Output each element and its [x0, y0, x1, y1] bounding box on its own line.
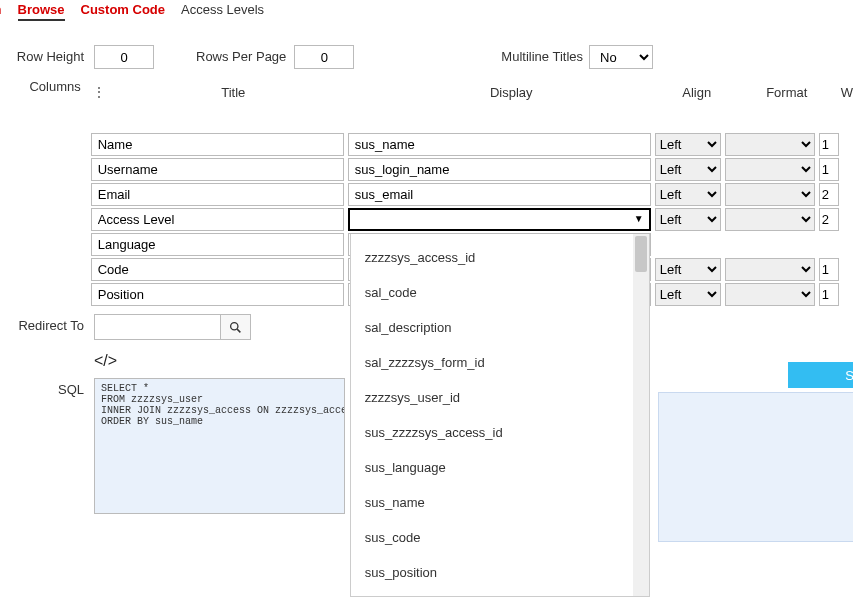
column-width-input[interactable]: [819, 183, 839, 206]
dropdown-option[interactable]: sus_code: [351, 520, 649, 555]
dropdown-option[interactable]: zzzzsys_access_id: [351, 240, 649, 275]
redirect-to-label: Redirect To: [0, 314, 94, 333]
column-title-input[interactable]: [91, 233, 344, 256]
header-title: Title: [107, 85, 360, 100]
column-format-select[interactable]: [725, 283, 815, 306]
column-row: Left: [91, 183, 853, 206]
column-align-select[interactable]: Left: [655, 133, 721, 156]
column-title-input[interactable]: [91, 133, 344, 156]
column-title-input[interactable]: [91, 208, 344, 231]
column-format-select[interactable]: [725, 158, 815, 181]
dropdown-scrollbar[interactable]: ▴: [633, 234, 649, 596]
preview-panel: [658, 392, 853, 542]
column-align-select[interactable]: Left: [655, 258, 721, 281]
column-align-select[interactable]: Left: [655, 208, 721, 231]
column-width-input[interactable]: [819, 133, 839, 156]
search-icon: [229, 321, 242, 334]
column-title-input[interactable]: [91, 283, 344, 306]
column-format-select[interactable]: [725, 183, 815, 206]
column-display-input[interactable]: [348, 183, 651, 206]
dropdown-option[interactable]: sal_description: [351, 310, 649, 345]
scrollbar-thumb[interactable]: [635, 236, 647, 272]
columns-label: Columns: [0, 75, 91, 308]
tab-access-levels[interactable]: Access Levels: [181, 2, 264, 21]
sql-label: SQL: [0, 378, 94, 397]
svg-point-0: [231, 322, 238, 329]
column-title-input[interactable]: [91, 183, 344, 206]
dropdown-option[interactable]: zzzzsys_user_id: [351, 380, 649, 415]
column-width-input[interactable]: [819, 208, 839, 231]
dropdown-option[interactable]: sal_code: [351, 275, 649, 310]
tabs-bar: in Browse Custom Code Access Levels: [0, 0, 853, 25]
column-title-input[interactable]: [91, 158, 344, 181]
header-display: Display: [360, 85, 663, 100]
column-format-select[interactable]: [725, 133, 815, 156]
header-width: W: [841, 85, 853, 100]
header-format: Format: [743, 85, 831, 100]
columns-header: ⋮ Title Display Align Format W: [91, 75, 853, 109]
column-display-combo[interactable]: zzzzsys_access_idsal_codesal_description…: [348, 208, 651, 231]
column-align-select[interactable]: Left: [655, 283, 721, 306]
sql-textarea[interactable]: SELECT * FROM zzzzsys_user INNER JOIN zz…: [94, 378, 345, 514]
dropdown-option[interactable]: sus_language: [351, 450, 649, 485]
display-dropdown: zzzzsys_access_idsal_codesal_description…: [350, 234, 650, 597]
dropdown-option[interactable]: sus_position: [351, 555, 649, 590]
column-menu-icon[interactable]: ⋮: [91, 84, 107, 100]
row-height-label: Row Height: [0, 45, 94, 64]
row-height-input[interactable]: [94, 45, 154, 69]
column-width-input[interactable]: [819, 258, 839, 281]
column-row: zzzzsys_access_idsal_codesal_description…: [91, 208, 853, 231]
tab-in[interactable]: in: [0, 2, 2, 21]
dropdown-option[interactable]: sus_zzzzsys_access_id: [351, 415, 649, 450]
tab-custom-code[interactable]: Custom Code: [81, 2, 166, 21]
svg-line-1: [237, 329, 240, 332]
column-format-select[interactable]: [725, 208, 815, 231]
column-align-select[interactable]: Left: [655, 183, 721, 206]
column-row: Left: [91, 133, 853, 156]
column-row: Left: [91, 158, 853, 181]
multiline-titles-label: Multiline Titles: [501, 45, 583, 64]
column-title-input[interactable]: [91, 258, 344, 281]
multiline-titles-select[interactable]: No: [589, 45, 653, 69]
redirect-to-input[interactable]: [94, 314, 221, 340]
redirect-lookup-button[interactable]: [221, 314, 251, 340]
code-toggle-icon[interactable]: </>: [94, 352, 117, 370]
dropdown-option[interactable]: sal_zzzzsys_form_id: [351, 345, 649, 380]
dropdown-option[interactable]: sus_name: [351, 485, 649, 520]
column-display-input[interactable]: [348, 158, 651, 181]
save-button[interactable]: S: [788, 362, 853, 388]
header-align: Align: [663, 85, 731, 100]
column-width-input[interactable]: [819, 158, 839, 181]
column-align-select[interactable]: Left: [655, 158, 721, 181]
rows-per-page-input[interactable]: [294, 45, 354, 69]
tab-browse[interactable]: Browse: [18, 2, 65, 21]
rows-per-page-label: Rows Per Page: [196, 45, 286, 64]
column-width-input[interactable]: [819, 283, 839, 306]
column-format-select[interactable]: [725, 258, 815, 281]
column-display-input[interactable]: [348, 133, 651, 156]
